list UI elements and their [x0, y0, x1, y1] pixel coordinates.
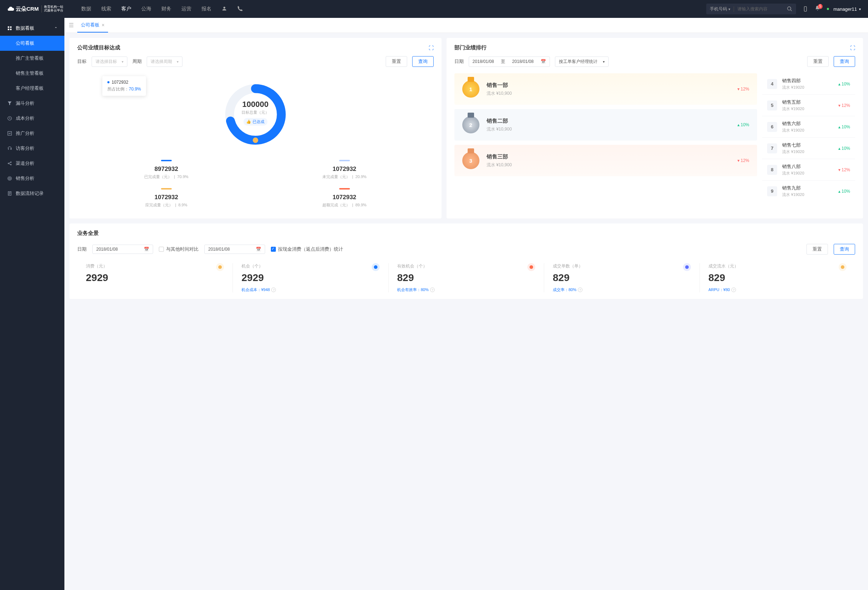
- sidebar-funnel[interactable]: 漏斗分析: [0, 96, 64, 111]
- tab-company[interactable]: 公司看板×: [77, 18, 108, 32]
- headset-icon: [7, 146, 12, 151]
- menu-toggle-icon[interactable]: ☰: [69, 22, 74, 29]
- date-input-2[interactable]: 2018/01/08📅: [204, 244, 265, 254]
- reset-button[interactable]: 重置: [386, 56, 407, 67]
- nav-pool[interactable]: 公海: [141, 6, 151, 12]
- query-button[interactable]: 查询: [412, 56, 434, 67]
- pct-down: ▾12%: [737, 87, 749, 91]
- nav-ops[interactable]: 运营: [182, 6, 192, 12]
- select-period[interactable]: 请选择周期▾: [147, 56, 183, 67]
- rank-item: 6 销售六部流水 ¥19020 ▴10%: [762, 116, 855, 137]
- svg-point-9: [10, 164, 11, 165]
- reset-button[interactable]: 重置: [807, 56, 829, 67]
- help-icon[interactable]: ?: [578, 287, 583, 292]
- funnel-icon: [7, 101, 12, 106]
- metric-should: 1072932应完成量（元） | 8.9%: [77, 184, 255, 212]
- reset-button[interactable]: 重置: [806, 244, 828, 255]
- help-icon[interactable]: ?: [731, 287, 736, 292]
- sidebar-visitor[interactable]: 访客分析: [0, 141, 64, 156]
- nav-leads[interactable]: 线索: [101, 6, 111, 12]
- status-dot: [827, 8, 829, 10]
- close-icon[interactable]: ×: [102, 22, 105, 28]
- clock-icon: [7, 116, 12, 121]
- kpi: 机会（个） 2929 机会成本：¥948 ?: [233, 263, 388, 293]
- sidebar-sub-promo[interactable]: 推广主管看板: [0, 51, 64, 66]
- select-target[interactable]: 请选择目标▾: [92, 56, 127, 67]
- rank-top3: 1销售一部流水 ¥10,900▾12% 2销售二部流水 ¥10,900▴10% …: [455, 73, 757, 202]
- expand-icon[interactable]: ⛶: [850, 45, 855, 51]
- nav-customers[interactable]: 客户: [121, 6, 131, 12]
- topnav: 数据 线索 客户 公海 财务 运营 报名: [81, 6, 243, 12]
- pct-up: ▴10%: [838, 124, 850, 129]
- logo: 云朵CRM 教育机构一站式服务云平台: [7, 5, 63, 13]
- arrow-down-icon: ▾: [838, 103, 840, 108]
- arrow-down-icon: ▾: [737, 87, 740, 91]
- nav-data[interactable]: 数据: [81, 6, 91, 12]
- donut-chart: 1072932 所占比例：70.9% 100000 目标总量（元） 👍已达成: [77, 73, 434, 152]
- sidebar-promo[interactable]: 推广分析: [0, 126, 64, 141]
- calendar-icon: 📅: [256, 247, 261, 252]
- calendar-icon: 📅: [540, 59, 546, 64]
- daterange[interactable]: 2018/01/08 至 2018/01/08 📅: [469, 56, 550, 67]
- chart-icon: [7, 131, 12, 136]
- stat-checkbox[interactable]: 按现金消费（返点后消费）统计: [271, 246, 343, 252]
- sidebar-sub-company[interactable]: 公司看板: [0, 36, 64, 51]
- pct-down: ▾12%: [838, 167, 850, 172]
- sidebar-channel[interactable]: 渠道分析: [0, 156, 64, 171]
- sidebar-sub-sales[interactable]: 销售主管看板: [0, 66, 64, 81]
- arrow-up-icon: ▴: [737, 122, 740, 127]
- sidebar-cost[interactable]: 成本分析: [0, 111, 64, 126]
- svg-rect-2: [10, 26, 12, 28]
- compare-checkbox[interactable]: 与其他时间对比: [159, 246, 199, 252]
- date-input-1[interactable]: 2018/01/08📅: [92, 244, 153, 254]
- card-biz: 业务全景 日期 2018/01/08📅 与其他时间对比 2018/01/08📅 …: [69, 224, 863, 299]
- kpi-label: 有效机会（个）: [397, 263, 535, 269]
- pct-up: ▴10%: [838, 146, 850, 151]
- kpi-icon: [841, 265, 844, 269]
- svg-rect-0: [804, 6, 807, 11]
- card-goal: 公司业绩目标达成 ⛶ 目标 请选择目标▾ 周期 请选择周期▾ 重置 查询 107…: [69, 38, 441, 218]
- select-statby[interactable]: 按工单客户经理统计▾: [555, 56, 608, 67]
- search-selector[interactable]: 手机号码 ▾: [710, 6, 730, 12]
- rank-row-3: 3销售三部流水 ¥10,900▾12%: [455, 145, 757, 176]
- medal-silver-icon: 2: [462, 116, 480, 133]
- nav-finance[interactable]: 财务: [161, 6, 171, 12]
- svg-rect-3: [8, 29, 9, 30]
- sidebar-section-dashboard[interactable]: 数据看板 ⌃: [0, 21, 64, 36]
- sidebar-flow[interactable]: 数据流转记录: [0, 186, 64, 201]
- expand-icon[interactable]: ⛶: [429, 45, 434, 51]
- metric-undone: 1072932未完成量（元） | 20.9%: [255, 156, 434, 184]
- kpi-icon: [218, 265, 222, 269]
- device-icon[interactable]: [803, 6, 808, 12]
- kpi-label: 消费（元）: [86, 263, 224, 269]
- arrow-up-icon: ▴: [838, 124, 840, 129]
- query-button[interactable]: 查询: [834, 244, 855, 255]
- kpi-icon: [374, 265, 378, 269]
- cloud-icon: [7, 5, 14, 13]
- lbl-target: 目标: [77, 58, 87, 65]
- query-button[interactable]: 查询: [834, 56, 855, 67]
- arrow-up-icon: ▴: [838, 189, 840, 194]
- phone-icon[interactable]: [237, 6, 243, 12]
- notification-badge: 5: [818, 4, 823, 9]
- sidebar-sub-manager[interactable]: 客户经理看板: [0, 81, 64, 96]
- help-icon[interactable]: ?: [271, 287, 276, 292]
- help-icon[interactable]: ?: [430, 287, 435, 292]
- nav-enroll[interactable]: 报名: [201, 6, 211, 12]
- svg-point-11: [9, 178, 11, 180]
- medal-bronze-icon: 3: [462, 152, 480, 169]
- calendar-icon: 📅: [144, 247, 149, 252]
- user-menu[interactable]: manager11 ▾: [827, 6, 861, 12]
- user-icon[interactable]: [221, 6, 227, 12]
- search-group: 手机号码 ▾ |: [706, 4, 796, 14]
- lbl-period: 周期: [132, 58, 142, 65]
- sidebar-sales[interactable]: 销售分析: [0, 171, 64, 186]
- rank-item: 9 销售九部流水 ¥19020 ▴10%: [762, 180, 855, 202]
- donut-label: 目标总量（元）: [242, 110, 269, 115]
- search-input[interactable]: [737, 6, 784, 12]
- rank-item: 7 销售七部流水 ¥19020 ▴10%: [762, 137, 855, 159]
- search-icon[interactable]: [787, 6, 793, 12]
- pct-down: ▾12%: [838, 103, 850, 108]
- card-rank: 部门业绩排行 ⛶ 日期 2018/01/08 至 2018/01/08 📅 按工…: [447, 38, 863, 218]
- bell-icon[interactable]: 5: [815, 5, 821, 13]
